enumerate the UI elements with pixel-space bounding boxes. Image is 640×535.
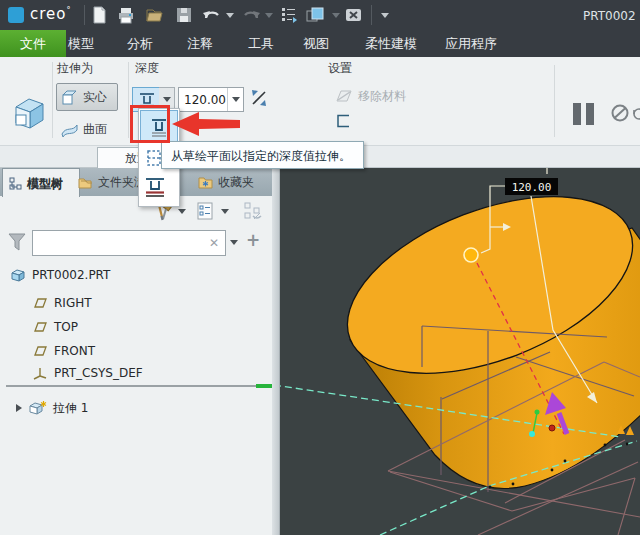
tab-favorites[interactable]: 收藏夹 (192, 168, 266, 196)
undo-icon[interactable] (201, 5, 223, 25)
depth-value[interactable]: 120.00 (179, 93, 227, 107)
csys-icon (32, 366, 48, 380)
remove-material-button: 移除材料 (330, 83, 410, 109)
tree-item-part[interactable]: PRT0002.PRT (10, 264, 110, 286)
tree-item-right-plane[interactable]: RIGHT (32, 292, 92, 314)
save-icon[interactable] (173, 5, 195, 25)
tab-folder-browser[interactable]: 文件夹浏览器 (72, 168, 200, 196)
datum-plane-icon (32, 297, 48, 309)
tab-analysis[interactable]: 分析 (115, 30, 165, 57)
insert-indicator-handle[interactable] (256, 384, 272, 388)
creo-logo-icon (8, 7, 24, 23)
preview-glasses-icon[interactable] (633, 103, 640, 127)
navigator-panel: 模型树 文件夹浏览器 收藏夹 模型树 (0, 168, 272, 535)
tree-item-csys[interactable]: PRT_CSYS_DEF (32, 362, 143, 384)
cancel-icon[interactable] (610, 103, 630, 127)
folder-icon (78, 176, 93, 189)
model-tree-icon (9, 177, 22, 190)
tree-item-top-plane[interactable]: TOP (32, 316, 78, 338)
depth-dimension-value[interactable]: 120.00 (512, 181, 552, 194)
title-bar: creo° PRT0002 (0, 0, 640, 30)
add-filter-button[interactable]: + (246, 230, 260, 250)
annotation-highlight-box (130, 105, 170, 143)
remove-material-icon (334, 88, 353, 104)
depth-option-through-all[interactable] (143, 173, 173, 199)
undo-menu-caret[interactable] (224, 5, 236, 25)
pause-icon[interactable] (572, 103, 596, 129)
tree-settings-icon[interactable] (196, 201, 214, 225)
ribbon-tab-bar: 文件 模型 分析 注释 工具 视图 柔性建模 应用程序 (0, 30, 640, 57)
expand-icon[interactable] (16, 404, 22, 412)
regenerate-icon[interactable] (278, 5, 300, 25)
extrude-feature-icon (8, 95, 48, 137)
toolbar-separator (84, 5, 85, 25)
through-all-icon (143, 174, 167, 198)
thicken-sketch-icon[interactable] (334, 113, 352, 133)
settings-label: 设置 (328, 60, 352, 77)
datum-plane-icon (32, 345, 48, 357)
tab-applications[interactable]: 应用程序 (431, 30, 511, 57)
redo-icon[interactable] (240, 5, 262, 25)
tree-filter-input[interactable] (32, 230, 226, 256)
clear-filter-icon[interactable]: ✕ (209, 236, 219, 250)
tree-item-front-plane[interactable]: FRONT (32, 340, 95, 362)
surface-button[interactable]: 曲面 (56, 116, 116, 142)
depth-drag-handle[interactable] (464, 248, 478, 262)
document-title: PRT0002 (活动 (583, 8, 640, 24)
window-menu-caret[interactable] (330, 5, 342, 25)
panel-splitter[interactable] (272, 168, 280, 535)
tree-item-extrude1[interactable]: 拉伸 1 (16, 397, 88, 419)
part-icon (10, 268, 26, 282)
extrude-node-icon (28, 400, 47, 416)
group-separator (128, 62, 129, 138)
group-separator (52, 62, 53, 138)
graphics-viewport[interactable]: 120.00 (272, 168, 640, 535)
creo-window: creo° PRT0002 (0, 0, 640, 535)
filter-icon[interactable] (7, 231, 27, 257)
main-area: 模型树 文件夹浏览器 收藏夹 模型树 (0, 168, 640, 535)
close-window-icon[interactable] (343, 5, 365, 25)
tab-view[interactable]: 视图 (291, 30, 341, 57)
window-switch-icon[interactable] (304, 5, 326, 25)
solid-icon (61, 90, 78, 105)
group-separator (554, 65, 555, 137)
tree-settings-caret[interactable] (221, 209, 229, 214)
datum-plane-icon (32, 321, 48, 333)
extrude-as-label: 拉伸为 (57, 60, 93, 77)
extrude-dashboard: 拉伸为 实心 曲面 深度 120.00 设置 移除材料 (0, 57, 640, 145)
toolbar-overflow-caret[interactable] (377, 5, 393, 25)
panel-header-title: 模型树 (27, 176, 63, 193)
new-file-icon[interactable] (88, 5, 110, 25)
toolbar-separator (371, 5, 372, 25)
insert-indicator[interactable] (6, 385, 256, 387)
tab-model[interactable]: 模型 (56, 30, 106, 57)
tooltip: 从草绘平面以指定的深度值拉伸。 (161, 141, 364, 169)
favorites-folder-icon (198, 175, 213, 189)
depth-label: 深度 (135, 60, 159, 77)
annotation-arrow (170, 108, 244, 140)
print-icon[interactable] (115, 5, 137, 25)
filter-dropdown-caret[interactable] (230, 240, 238, 245)
solid-button[interactable]: 实心 (56, 83, 118, 111)
tab-tools[interactable]: 工具 (236, 30, 286, 57)
redo-menu-caret[interactable] (263, 5, 275, 25)
flip-direction-icon[interactable] (249, 88, 269, 112)
product-name: creo° (30, 5, 72, 23)
show-hidden-items-icon (243, 201, 263, 225)
surface-icon (60, 122, 78, 137)
tree-tools-caret[interactable] (178, 209, 186, 214)
open-icon[interactable] (144, 5, 166, 25)
tab-flexible-modeling[interactable]: 柔性建模 (351, 30, 431, 57)
tab-annotate[interactable]: 注释 (175, 30, 225, 57)
